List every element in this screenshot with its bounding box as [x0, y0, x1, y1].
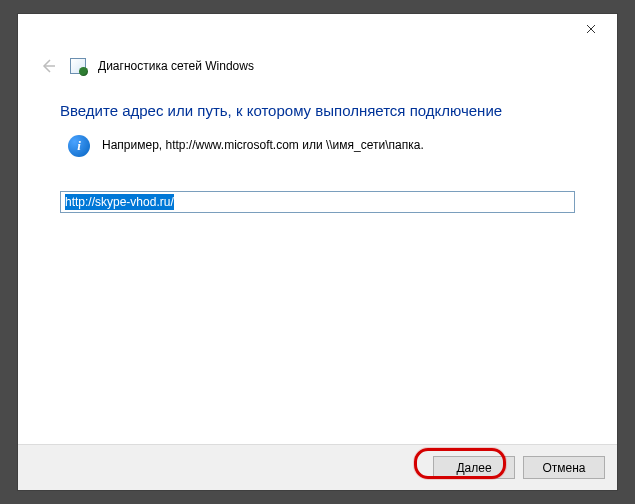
next-button[interactable]: Далее: [433, 456, 515, 479]
footer-bar: Далее Отмена: [18, 444, 617, 490]
address-input[interactable]: http://skype-vhod.ru/: [60, 191, 575, 213]
titlebar: [18, 14, 617, 44]
page-heading: Введите адрес или путь, к которому выпол…: [60, 102, 575, 119]
diagnostics-app-icon: [70, 58, 86, 74]
cancel-button[interactable]: Отмена: [523, 456, 605, 479]
hint-row: i Например, http://www.microsoft.com или…: [60, 135, 575, 157]
wizard-title: Диагностика сетей Windows: [98, 59, 254, 73]
wizard-header: Диагностика сетей Windows: [18, 44, 617, 84]
dialog-window: Диагностика сетей Windows Введите адрес …: [18, 14, 617, 490]
back-arrow-icon: [40, 58, 56, 74]
content-area: Введите адрес или путь, к которому выпол…: [18, 84, 617, 213]
address-input-value: http://skype-vhod.ru/: [65, 194, 174, 210]
back-button[interactable]: [38, 56, 58, 76]
close-button[interactable]: [571, 15, 611, 43]
info-icon: i: [68, 135, 90, 157]
hint-text: Например, http://www.microsoft.com или \…: [102, 135, 424, 152]
close-icon: [586, 24, 596, 34]
